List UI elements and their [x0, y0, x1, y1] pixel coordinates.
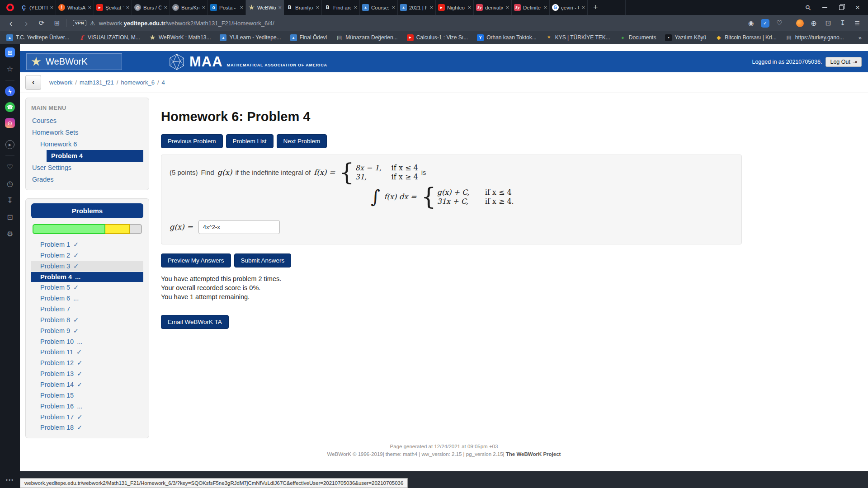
problem-link[interactable]: Problem 8 ✓ [31, 315, 143, 325]
tab-close-icon[interactable] [354, 4, 357, 11]
toolbar-icon[interactable] [790, 19, 790, 27]
reload-icon[interactable] [35, 17, 48, 29]
speed-dial-view-icon[interactable] [51, 17, 63, 29]
bookmark-item[interactable]: Orhan kaan Toktok... [477, 34, 537, 41]
problem-link[interactable]: Problem 12 ✓ [31, 358, 143, 368]
address-bar[interactable]: VPN webwork.yeditepe.edu.tr/webwork2/Mat… [69, 17, 742, 29]
sidebar-icon[interactable] [5, 86, 15, 96]
problem-link[interactable]: Problem 2 ✓ [31, 250, 143, 261]
problem-link[interactable]: Problem 7 [31, 304, 143, 314]
browser-tab[interactable]: Burs/Kredi [170, 0, 208, 15]
tab-close-icon[interactable] [505, 4, 509, 11]
toolbar-icon[interactable] [851, 17, 863, 29]
tab-close-icon[interactable] [202, 4, 205, 11]
browser-tab[interactable]: Posta - orh [208, 0, 246, 15]
answer-input[interactable] [198, 220, 280, 234]
sidebar-icon[interactable] [5, 195, 15, 206]
browser-tab[interactable]: Nightcore [436, 0, 474, 15]
browser-tab[interactable]: Definite In [512, 0, 550, 15]
sidebar-icon[interactable] [5, 47, 15, 57]
forward-icon[interactable] [20, 17, 33, 29]
menu-item[interactable]: Courses [31, 115, 143, 127]
sidebar-overflow-icon[interactable] [6, 477, 14, 483]
problem-link[interactable]: Problem 14 ✓ [31, 380, 143, 390]
breadcrumb-back-button[interactable] [25, 75, 41, 90]
tab-close-icon[interactable] [88, 4, 91, 11]
opera-logo[interactable] [2, 4, 18, 11]
sidebar-icon[interactable] [5, 134, 14, 134]
bookmark-item[interactable]: Bitcoin Borsası | Kri... [715, 34, 777, 41]
menu-item[interactable]: User Settings [31, 162, 143, 174]
bookmark-item[interactable]: Calculus-1 : Vize Sı... [407, 34, 468, 41]
problem-link[interactable]: Problem 3 ✓ [31, 261, 143, 272]
nav-button[interactable]: Previous Problem [161, 134, 223, 148]
site-warning-icon[interactable] [90, 19, 95, 27]
sidebar-icon[interactable] [5, 102, 15, 112]
problem-link[interactable]: Problem 17 ✓ [31, 412, 143, 422]
problem-link[interactable]: Problem 9 ✓ [31, 326, 143, 336]
bookmark-item[interactable]: Final Ödevi [290, 34, 327, 41]
bookmark-item[interactable]: T.C. Yeditepe Üniver... [6, 34, 69, 41]
bookmark-item[interactable]: https://turkey.gano... [786, 34, 844, 41]
action-button[interactable]: Preview My Answers [161, 253, 231, 267]
tab-close-icon[interactable] [278, 4, 282, 11]
restore-icon[interactable] [839, 5, 844, 10]
problem-link[interactable]: Problem 6 ... [31, 293, 143, 304]
browser-tab[interactable]: WeBWorK [246, 0, 284, 15]
tab-close-icon[interactable] [467, 4, 471, 11]
tab-close-icon[interactable] [543, 4, 547, 11]
search-icon[interactable] [806, 4, 811, 12]
problem-link[interactable]: Problem 18 ✓ [31, 422, 143, 433]
sidebar-icon[interactable] [5, 178, 15, 189]
problem-link[interactable]: Problem 1 ✓ [31, 239, 143, 250]
nav-button[interactable]: Next Problem [277, 134, 327, 148]
minimize-icon[interactable] [822, 7, 827, 8]
tab-close-icon[interactable] [316, 4, 319, 11]
tab-close-icon[interactable] [429, 4, 433, 11]
browser-tab[interactable]: derivative [474, 0, 512, 15]
problem-link[interactable]: Problem 11 ✓ [31, 347, 143, 357]
action-button[interactable]: Submit Answers [234, 253, 292, 267]
toolbar-icon[interactable] [745, 17, 757, 29]
bookmarks-overflow-icon[interactable] [859, 34, 862, 41]
browser-tab[interactable]: Course: Ge [360, 0, 398, 15]
email-ta-button[interactable]: Email WeBWorK TA [161, 315, 229, 329]
webwork-logo[interactable]: WeBWorK [26, 53, 122, 70]
breadcrumb-link[interactable]: 4 [157, 79, 165, 86]
tab-close-icon[interactable] [581, 4, 585, 11]
bookmark-item[interactable]: KYS | TÜRKİYE TEK... [546, 34, 610, 41]
browser-tab[interactable]: 2021 | Fall [398, 0, 436, 15]
sidebar-icon[interactable] [5, 140, 14, 149]
sidebar-icon[interactable] [5, 211, 15, 222]
breadcrumb-link[interactable]: webwork [49, 79, 72, 86]
back-icon[interactable] [5, 17, 17, 29]
breadcrumb-link[interactable]: math131_f21 [75, 79, 114, 86]
sidebar-icon[interactable] [5, 63, 15, 74]
logout-button[interactable]: Log Out [826, 57, 862, 67]
problem-link[interactable]: Problem 10 ... [31, 337, 143, 347]
problem-link[interactable]: Problem 4 ... [31, 272, 143, 282]
problem-link[interactable]: Problem 16 ... [31, 401, 143, 412]
tab-close-icon[interactable] [164, 4, 167, 11]
tab-close-icon[interactable] [126, 4, 129, 11]
sidebar-icon[interactable] [5, 118, 15, 128]
breadcrumb-link[interactable]: homework_6 [117, 79, 155, 86]
browser-tab[interactable]: Şevkat Yer [94, 0, 132, 15]
toolbar-icon[interactable] [761, 19, 769, 28]
toolbar-icon[interactable] [807, 17, 820, 29]
browser-tab[interactable]: Burs / Öğr [132, 0, 170, 15]
toolbar-icon[interactable] [836, 17, 849, 29]
browser-tab[interactable]: (YEDITEPE [18, 0, 56, 15]
problem-link[interactable]: Problem 5 ✓ [31, 282, 143, 293]
sidebar-icon[interactable] [5, 80, 14, 80]
menu-item[interactable]: Homework Sets [31, 127, 143, 138]
nav-button[interactable]: Problem List [226, 134, 274, 148]
sidebar-icon[interactable] [5, 161, 15, 172]
bookmark-item[interactable]: YULearn - Yeditepe... [220, 34, 281, 41]
menu-item[interactable]: Homework 6 [31, 138, 143, 150]
maa-logo[interactable]: MAA MATHEMATICAL ASSOCIATION OF AMERICA [168, 53, 327, 70]
bookmark-item[interactable]: Münazara Değerlen... [336, 34, 397, 41]
menu-item[interactable]: Grades [31, 174, 143, 185]
bookmark-item[interactable]: WeBWorK : Math13... [149, 34, 211, 41]
tab-close-icon[interactable] [50, 4, 53, 11]
